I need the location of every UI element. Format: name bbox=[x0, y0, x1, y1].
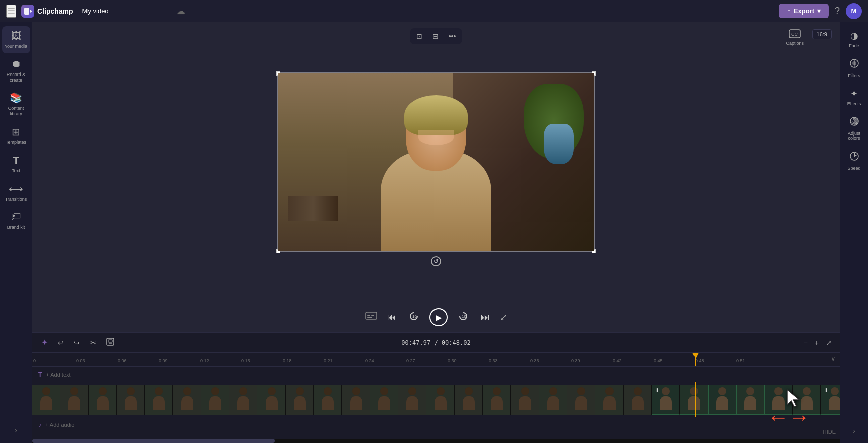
svg-text:10: 10 bbox=[412, 314, 417, 319]
sidebar-item-label: Record &create bbox=[7, 72, 26, 83]
svg-rect-12 bbox=[109, 343, 112, 344]
play-pause-button[interactable]: ▶ bbox=[429, 308, 448, 326]
timeline-scrollbar[interactable] bbox=[32, 439, 840, 443]
timeline-ruler: 0 0:03 0:06 0:09 0:12 0:15 0:18 0:21 0:2… bbox=[32, 353, 840, 367]
fade-label: Fade bbox=[849, 43, 859, 48]
fullscreen-button[interactable]: ⤢ bbox=[500, 312, 507, 323]
left-sidebar: 🖼 Your media ⏺ Record &create 📚 Contentl… bbox=[0, 22, 32, 443]
export-chevron-icon: ▾ bbox=[817, 7, 821, 15]
rewind-button[interactable]: 10 bbox=[406, 309, 421, 326]
sidebar-item-content-library[interactable]: 📚 Contentlibrary bbox=[2, 88, 30, 121]
video-title-input[interactable] bbox=[78, 5, 171, 17]
zoom-in-button[interactable]: + bbox=[813, 337, 821, 349]
right-tool-effects[interactable]: ✦ Effects bbox=[842, 84, 867, 110]
svg-rect-4 bbox=[366, 312, 377, 319]
hamburger-menu-button[interactable]: ☰ bbox=[6, 5, 16, 18]
thumbnail-frame bbox=[455, 385, 483, 415]
topbar: ☰ Clipchamp ☁ ↑ Export ▾ ? M bbox=[0, 0, 868, 22]
aspect-ratio-badge: 16:9 bbox=[812, 29, 832, 39]
thumbnail-frame bbox=[89, 385, 117, 415]
sidebar-item-record[interactable]: ⏺ Record &create bbox=[2, 54, 30, 87]
right-sidebar-collapse-button[interactable]: › bbox=[849, 423, 859, 439]
undo-button[interactable]: ↩ bbox=[55, 337, 67, 349]
thumbnail-frame bbox=[624, 385, 652, 415]
sidebar-item-templates[interactable]: ⊞ Templates bbox=[2, 122, 30, 150]
thumbnail-frame bbox=[117, 385, 145, 415]
subtitles-button[interactable] bbox=[365, 311, 377, 324]
sidebar-item-transitions[interactable]: ⟷ Transitions bbox=[2, 179, 30, 206]
thumbnail-frame: ⏸ bbox=[652, 385, 680, 415]
your-media-icon: 🖼 bbox=[11, 30, 21, 42]
brand-kit-icon: 🏷 bbox=[11, 211, 21, 223]
captions-button[interactable]: CC bbox=[789, 29, 801, 40]
sidebar-item-brand-kit[interactable]: 🏷 Brand kit bbox=[2, 207, 30, 234]
help-icon[interactable]: ? bbox=[835, 6, 840, 16]
thumbnail-frame: ⏸ bbox=[821, 385, 840, 415]
skip-to-end-button[interactable]: ⏭ bbox=[479, 310, 492, 325]
thumbnail-frame bbox=[201, 385, 229, 415]
right-tool-adjust-colors[interactable]: Adjustcolors bbox=[842, 112, 867, 145]
video-frame-container: ↺ bbox=[277, 72, 595, 252]
thumbnail-frame bbox=[567, 385, 595, 415]
sidebar-item-your-media[interactable]: 🖼 Your media bbox=[2, 26, 30, 53]
effects-label: Effects bbox=[847, 101, 861, 106]
sidebar-item-label: Your media bbox=[5, 44, 27, 49]
cut-button[interactable]: ✂ bbox=[87, 337, 99, 349]
right-tool-fade[interactable]: ◑ Fade bbox=[842, 26, 867, 52]
thumbnail-frame bbox=[539, 385, 567, 415]
thumbnail-frame bbox=[145, 385, 173, 415]
app-name: Clipchamp bbox=[37, 7, 73, 15]
thumbnail-frame bbox=[680, 385, 708, 415]
cloud-save-icon: ☁ bbox=[176, 6, 185, 17]
zoom-out-button[interactable]: − bbox=[802, 337, 810, 349]
svg-marker-1 bbox=[30, 10, 32, 13]
record-icon: ⏺ bbox=[11, 58, 21, 70]
add-audio-label: + Add audio bbox=[45, 422, 74, 428]
sidebar-expand-button[interactable]: › bbox=[11, 422, 21, 439]
svg-point-19 bbox=[852, 122, 854, 124]
svg-rect-0 bbox=[24, 8, 29, 15]
sidebar-item-label: Transitions bbox=[5, 197, 27, 202]
svg-text:10: 10 bbox=[462, 314, 466, 319]
forward-button[interactable]: 10 bbox=[456, 309, 471, 326]
crop-button[interactable]: ⊡ bbox=[412, 30, 426, 42]
skip-to-start-button[interactable]: ⏮ bbox=[385, 310, 398, 325]
filters-label: Filters bbox=[848, 73, 860, 78]
text-track[interactable]: T + Add text bbox=[32, 367, 840, 382]
layout-button[interactable]: ⊟ bbox=[428, 30, 443, 42]
redo-button[interactable]: ↪ bbox=[71, 337, 83, 349]
filters-icon bbox=[849, 58, 859, 71]
save-frame-button[interactable] bbox=[103, 336, 117, 349]
sidebar-item-label: Text bbox=[12, 168, 20, 174]
add-clip-button[interactable]: ✦ bbox=[38, 336, 51, 349]
thumbnail-frame bbox=[257, 385, 286, 415]
export-label: Export bbox=[794, 7, 814, 15]
user-avatar[interactable]: M bbox=[846, 3, 862, 19]
video-preview-area: ⊡ ⊟ ••• 16:9 CC Captions bbox=[32, 22, 840, 302]
thumbnail-frame bbox=[60, 385, 89, 415]
time-separator: / bbox=[434, 339, 441, 346]
svg-rect-11 bbox=[108, 340, 112, 342]
timeline-expand-button[interactable]: ⤢ bbox=[824, 337, 834, 349]
right-tool-speed[interactable]: Speed bbox=[842, 147, 867, 175]
sidebar-item-text[interactable]: T Text bbox=[2, 151, 30, 178]
track-thumbnails: ⏸ ⏸ bbox=[32, 385, 840, 415]
thumbnail-frame bbox=[32, 385, 60, 415]
thumbnail-frame bbox=[426, 385, 455, 415]
right-sidebar: ◑ Fade Filters ✦ Effects bbox=[840, 22, 868, 443]
speed-label: Speed bbox=[847, 166, 860, 171]
audio-track[interactable]: ♪ + Add audio bbox=[32, 417, 840, 432]
timeline-scrollbar-thumb[interactable] bbox=[32, 439, 275, 443]
add-text-label: + Add text bbox=[46, 372, 70, 378]
timeline-timecode: 00:47.97 / 00:48.02 bbox=[401, 339, 470, 346]
content-library-icon: 📚 bbox=[10, 92, 22, 104]
export-button[interactable]: ↑ Export ▾ bbox=[779, 4, 829, 18]
right-tool-filters[interactable]: Filters bbox=[842, 54, 867, 82]
timeline-collapse-button[interactable]: ∨ bbox=[827, 353, 840, 364]
text-track-icon: T bbox=[38, 371, 42, 378]
rotation-handle[interactable]: ↺ bbox=[431, 256, 441, 266]
transitions-icon: ⟷ bbox=[9, 183, 23, 195]
more-options-button[interactable]: ••• bbox=[445, 30, 460, 42]
timeline-toolbar: ✦ ↩ ↪ ✂ 00:47.97 / 00:48.02 bbox=[32, 333, 840, 353]
thumbnail-frame bbox=[595, 385, 624, 415]
